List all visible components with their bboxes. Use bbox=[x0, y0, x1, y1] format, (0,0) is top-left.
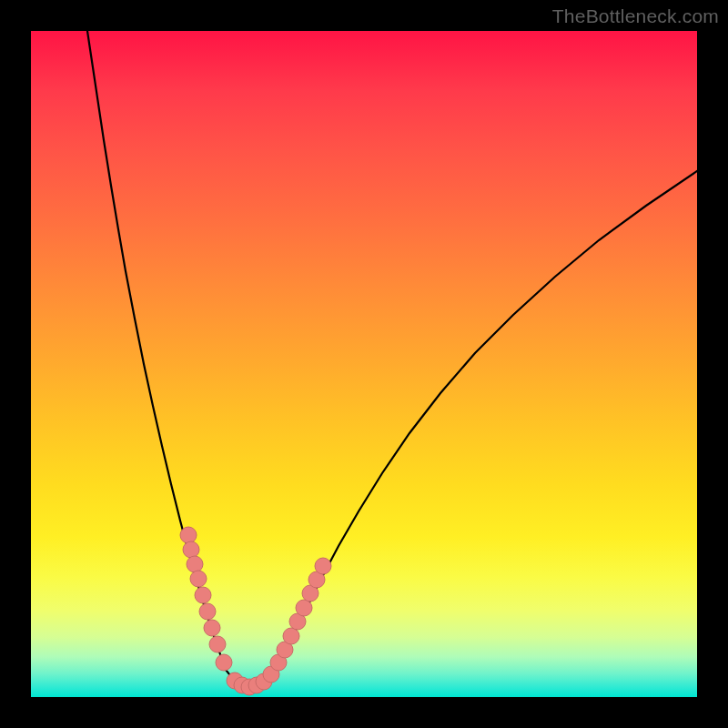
highlight-marker bbox=[209, 636, 226, 652]
curve-layer bbox=[87, 31, 697, 687]
highlight-marker bbox=[187, 556, 203, 572]
highlight-marker bbox=[199, 603, 216, 620]
highlight-marker bbox=[283, 628, 299, 644]
highlight-marker bbox=[315, 558, 331, 574]
plot-area bbox=[31, 31, 697, 697]
watermark-text: TheBottleneck.com bbox=[552, 5, 719, 27]
bottleneck-curve bbox=[87, 31, 697, 687]
highlight-marker bbox=[190, 571, 207, 587]
highlight-marker bbox=[195, 587, 211, 603]
highlight-marker bbox=[216, 654, 232, 671]
chart-frame: TheBottleneck.com bbox=[0, 0, 728, 728]
chart-svg bbox=[31, 31, 697, 697]
marker-layer bbox=[180, 527, 331, 695]
highlight-marker bbox=[204, 620, 220, 636]
highlight-marker bbox=[296, 600, 312, 616]
highlight-marker bbox=[180, 527, 197, 543]
highlight-marker bbox=[183, 541, 199, 558]
